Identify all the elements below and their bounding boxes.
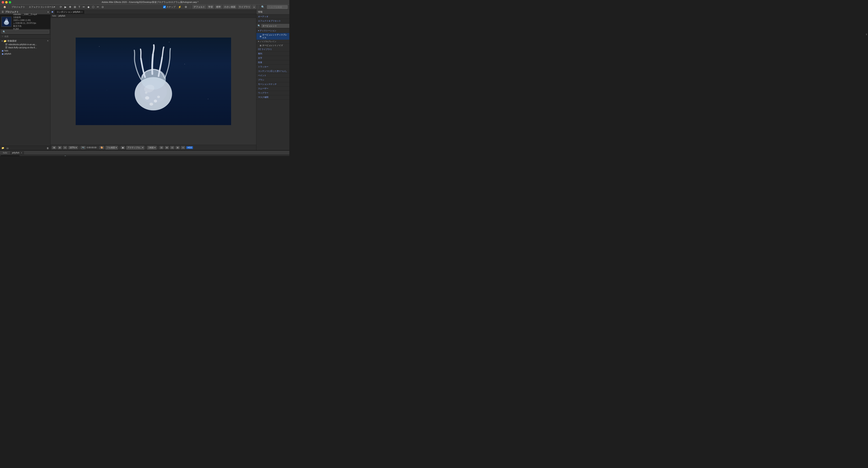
tl-prev-frame[interactable]: ⊳ — [41, 155, 44, 156]
svg-rect-5 — [7, 19, 8, 21]
breadcrumb-jellyfish[interactable]: jellyfish — [58, 15, 65, 17]
noise-grain-header[interactable]: ▾ ノイズ＆グレイン — [256, 40, 289, 43]
ws-library[interactable]: ライブラリ — [238, 5, 251, 9]
align-header[interactable]: 整列 — [256, 52, 289, 56]
tl-next-frame[interactable]: ⊲ — [56, 155, 59, 156]
vc-btn-b[interactable]: ⊞ — [165, 146, 169, 149]
effect-search-input[interactable] — [261, 24, 289, 28]
project-panel-bottom: 📁 🗂 🗑 — [0, 146, 50, 150]
ws-more[interactable]: » — [252, 5, 256, 9]
tl-search-btn[interactable]: 🔍 — [64, 155, 68, 156]
tl-add-keyframe[interactable]: ◆ — [49, 155, 52, 156]
tracker-header[interactable]: トラッカー — [256, 65, 289, 69]
tl-keyframe-nav-2[interactable]: ▷ — [52, 155, 55, 156]
vc-btn-a[interactable]: ⊟ — [159, 146, 163, 149]
vc-region-dropdown[interactable]: アクティブカ... ▾ — [126, 146, 145, 150]
search-icon-toolbar[interactable]: 🔍 — [260, 5, 265, 9]
wiggler-header[interactable]: ウィグラー — [256, 91, 289, 95]
vc-plus-value[interactable]: +0.0 — [186, 146, 193, 149]
smoother-header[interactable]: スムーザー — [256, 87, 289, 91]
comp-tabbar: ▣ コンポジション jellyfish ≡ — [51, 9, 256, 14]
minimize-button[interactable] — [5, 1, 8, 3]
project-new-folder[interactable]: 📁 — [1, 146, 5, 150]
vc-btn-e[interactable]: ⊙ — [181, 146, 185, 149]
toolbar-extra-1[interactable]: ⚡ — [177, 5, 182, 9]
toolbar-icon-3[interactable]: ✥ — [68, 5, 72, 9]
text-header[interactable]: 文字 — [256, 56, 289, 60]
menu-home[interactable]: 🏠 — [2, 5, 8, 9]
vc-color-btn[interactable]: 🎨 — [99, 146, 104, 149]
svg-point-14 — [140, 80, 167, 103]
toolbar-icon-8[interactable]: ⬡ — [91, 5, 95, 9]
menu-project[interactable]: プロジェクト — [10, 5, 27, 9]
vc-zoom-btn[interactable]: ⊙ — [63, 146, 67, 149]
left-panel: ☰ プロジェクト ▾ videoblo..._1080__D.mp4 1回使用 … — [0, 9, 51, 150]
motion-sketch-header[interactable]: モーションスケッチ — [256, 82, 289, 87]
tl-tab-holo[interactable]: holo — [1, 151, 9, 154]
vc-region-arrow: ▾ — [142, 146, 143, 149]
ws-small[interactable]: 小さい画面 — [223, 5, 237, 9]
turbulent-noise-item[interactable]: ⊞ タービュレントノイズ — [256, 43, 289, 47]
search-input[interactable] — [267, 5, 288, 9]
vc-btn-c[interactable]: ⊡ — [170, 146, 174, 149]
comp-jellyfish[interactable]: ▣ jellyfish — [0, 52, 50, 55]
vc-quality-value: フル画質 — [107, 146, 115, 149]
timecode-input[interactable] — [1, 155, 20, 156]
toolbar-icon-9[interactable]: ✂ — [96, 5, 100, 9]
tl-keyframe-nav-1[interactable]: ◁ — [45, 155, 48, 156]
vc-monitor-btn[interactable]: 🖥 — [52, 146, 56, 149]
toolbar-extra-2[interactable]: ⚙ — [184, 5, 188, 9]
vc-quality-dropdown[interactable]: フル画質 ▾ — [105, 146, 118, 150]
comp-holo-label: holo — [4, 50, 8, 52]
comp-tab-close[interactable]: ≡ — [81, 11, 83, 13]
close-button[interactable] — [2, 1, 4, 3]
video-icon-1: 🎬 — [5, 43, 7, 46]
ws-learn[interactable]: 学習 — [207, 5, 214, 9]
paint-header[interactable]: ペイント — [256, 74, 289, 78]
file-cat[interactable]: 🎬 black-fluffy-cat-lying-on-the-floor-in… — [0, 46, 50, 49]
tl-tab-holo-label: holo — [3, 151, 7, 154]
toolbar-icon-7[interactable]: ◆ — [87, 5, 90, 9]
toolbar-icon-1[interactable]: ⟳ — [59, 5, 63, 9]
file-list-icon-col: ☆ — [2, 35, 3, 38]
tl-tab-jellyfish[interactable]: jellyfish ≡ — [10, 151, 25, 154]
comp-tab-jellyfish[interactable]: コンポジション jellyfish ≡ — [54, 10, 85, 14]
toolbar-icon-2[interactable]: ▶ — [64, 5, 67, 9]
breadcrumb-holo[interactable]: holo — [52, 15, 56, 17]
brush-header[interactable]: ブラシ — [256, 78, 289, 82]
comp-holo[interactable]: ▣ holo — [0, 49, 50, 52]
toolbar-icon-6[interactable]: ✏ — [82, 5, 86, 9]
project-new-comp[interactable]: 🗂 — [6, 147, 9, 150]
folder-eizo-sozai[interactable]: ▾ 📁 映像素材 ⚑ — [0, 39, 50, 43]
vc-camera-btn[interactable]: 📷 — [81, 146, 86, 149]
snap-checkbox[interactable] — [163, 6, 166, 8]
vc-grid-btn[interactable]: ⊞ — [58, 146, 62, 149]
vc-resolution-dropdown[interactable]: 107% ▾ — [68, 146, 78, 149]
project-delete[interactable]: 🗑 — [46, 147, 50, 150]
vc-region-btn[interactable]: ▣ — [121, 146, 125, 149]
paragraph-header[interactable]: 段落 — [256, 60, 289, 65]
cc-library-header[interactable]: CC ライブラリ — [256, 47, 289, 52]
toolbar-icon-5[interactable]: T — [78, 5, 81, 9]
toolbar-icon-4[interactable]: ⊞ — [73, 5, 77, 9]
effects-presets-header[interactable]: エフェクト＆プリセット — [256, 19, 289, 23]
title-bar: Adobe After Effects 2020 - /Users/dg202/… — [0, 0, 289, 5]
project-search-input[interactable] — [1, 30, 49, 34]
maximize-button[interactable] — [9, 1, 11, 3]
menu-effects-control[interactable]: エフェクトコントロール▾ — [27, 5, 57, 9]
ws-default[interactable]: デフォルト — [192, 5, 206, 9]
project-panel-menu[interactable]: ▾ — [48, 10, 49, 13]
distortion-category[interactable]: ▾ ディストーション — [256, 29, 289, 33]
ws-standard[interactable]: 標準 — [215, 5, 222, 9]
content-aware-header[interactable]: コンテンツに応じた塗りつぶし — [256, 69, 289, 74]
file-jellyfish[interactable]: 🎬 videoblocks-jellyfish-in-an-aquarium-o… — [0, 43, 50, 46]
turbulent-displace-item[interactable]: ⊞ タービュレントディスプレイス — [256, 33, 289, 40]
star-1 — [99, 46, 99, 47]
audio-header[interactable]: オーディオ — [256, 14, 289, 19]
vc-btn-d[interactable]: ⊠ — [176, 146, 180, 149]
vc-channels-dropdown[interactable]: 1画面 ▾ — [147, 146, 157, 150]
toolbar-icon-10[interactable]: ⊙ — [101, 5, 105, 9]
mask-interp-header[interactable]: マスク補間 — [256, 95, 289, 99]
tl-solo-btn[interactable]: ⊙ — [60, 155, 63, 156]
star-8 — [169, 42, 169, 42]
